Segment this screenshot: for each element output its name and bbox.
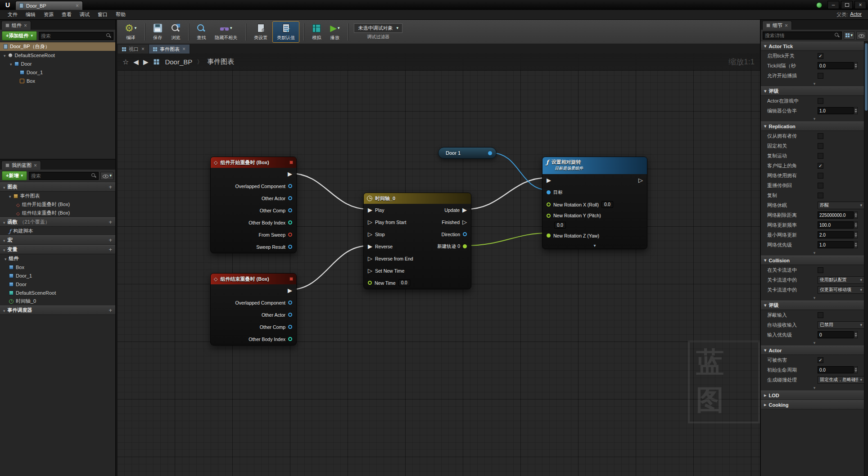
- pin-finished[interactable]: [462, 219, 467, 225]
- section-replication[interactable]: Replication: [761, 121, 868, 131]
- pin-other-body-index[interactable]: [288, 220, 292, 225]
- my-blueprint-search[interactable]: [29, 172, 99, 180]
- pin-other-actor[interactable]: [288, 196, 292, 200]
- dropdown[interactable]: 仅更新可移动项: [818, 286, 864, 294]
- pin-update[interactable]: [462, 207, 467, 213]
- spinner[interactable]: [854, 366, 858, 373]
- find-button[interactable]: 查找: [193, 22, 210, 42]
- menu-file[interactable]: 文件: [4, 10, 22, 20]
- checkbox[interactable]: [818, 98, 823, 104]
- pin-door-output[interactable]: [488, 151, 492, 155]
- graph-canvas[interactable]: 组件开始重叠时 (Box) Overlapped Component Other…: [117, 54, 760, 476]
- expander-icon[interactable]: [764, 392, 767, 398]
- tab-components[interactable]: 组件: [1, 21, 31, 30]
- expander-icon[interactable]: [764, 123, 767, 129]
- checkbox[interactable]: [818, 73, 823, 79]
- exec-output-pin[interactable]: [288, 287, 292, 293]
- number-input[interactable]: [818, 221, 854, 229]
- debug-object-dropdown[interactable]: 未选中调试对象: [354, 23, 402, 33]
- row-event-begin-overlap[interactable]: 组件开始重叠时 (Box): [0, 200, 115, 209]
- close-icon[interactable]: [785, 22, 788, 29]
- pin-new-time[interactable]: [368, 281, 372, 285]
- add-variable-button[interactable]: [108, 246, 112, 253]
- expander-icon[interactable]: [4, 53, 6, 58]
- delegate-pin[interactable]: [289, 161, 293, 164]
- expander-icon[interactable]: [3, 184, 5, 190]
- section-functions[interactable]: 函数 （21个覆盖）: [0, 217, 115, 227]
- pin-target[interactable]: [547, 190, 551, 194]
- spinner[interactable]: [854, 107, 858, 114]
- checkbox[interactable]: ✓: [818, 357, 823, 363]
- browse-button[interactable]: 浏览: [167, 22, 184, 42]
- component-row-box[interactable]: Box: [0, 76, 115, 85]
- number-input[interactable]: [818, 231, 854, 238]
- expander-icon[interactable]: [764, 257, 767, 263]
- checkbox[interactable]: [818, 143, 823, 149]
- row-var-box[interactable]: Box: [0, 263, 115, 271]
- add-graph-button[interactable]: [108, 184, 112, 190]
- rotation-x-value[interactable]: 0.0: [601, 201, 613, 208]
- expander-icon[interactable]: [9, 193, 11, 199]
- visibility-button[interactable]: [856, 31, 866, 40]
- pin-reverse-from-end[interactable]: [368, 256, 372, 261]
- advanced-expander[interactable]: [761, 340, 868, 346]
- section-rendering[interactable]: 评级: [761, 86, 868, 96]
- node-end-overlap[interactable]: 组件结束重叠时 (Box) Overlapped Component Other…: [210, 273, 297, 346]
- menu-edit[interactable]: 编辑: [22, 10, 40, 20]
- component-row-door1[interactable]: Door_1: [0, 68, 115, 76]
- pin-stop[interactable]: [368, 231, 372, 237]
- parent-class-link[interactable]: Actor: [850, 11, 862, 18]
- add-dispatcher-button[interactable]: [108, 307, 112, 314]
- minimize-button[interactable]: [827, 1, 839, 9]
- simulate-button[interactable]: 模拟: [308, 22, 325, 42]
- details-search-input[interactable]: [765, 33, 835, 38]
- advanced-expander[interactable]: [761, 295, 868, 301]
- class-settings-button[interactable]: 类设置: [250, 22, 271, 42]
- close-icon[interactable]: [182, 46, 185, 52]
- expander-icon[interactable]: [10, 61, 12, 67]
- menu-debug[interactable]: 调试: [76, 10, 94, 20]
- pin-play-from-start[interactable]: [368, 219, 372, 225]
- dropdown[interactable]: 已禁用: [818, 321, 864, 329]
- section-input[interactable]: 评级: [761, 301, 868, 310]
- pin-overlapped-component[interactable]: [288, 301, 292, 305]
- row-var-door[interactable]: Door: [0, 280, 115, 288]
- row-var-door1[interactable]: Door_1: [0, 271, 115, 280]
- pin-play[interactable]: [368, 207, 372, 213]
- expander-icon[interactable]: [5, 256, 7, 261]
- section-variables[interactable]: 变量: [0, 245, 115, 254]
- checkbox[interactable]: [818, 133, 823, 139]
- forward-icon[interactable]: [143, 58, 149, 65]
- number-input[interactable]: [818, 331, 854, 338]
- pin-other-comp[interactable]: [288, 325, 292, 329]
- close-icon[interactable]: [24, 22, 27, 29]
- section-actor-tick[interactable]: Actor Tick: [761, 41, 868, 51]
- hide-unrelated-button[interactable]: 隐藏不相关: [211, 22, 241, 42]
- checkbox[interactable]: [818, 153, 823, 159]
- dropdown[interactable]: 苏醒: [818, 202, 864, 209]
- number-input[interactable]: [818, 62, 854, 69]
- expander-icon[interactable]: [3, 247, 5, 252]
- spinner[interactable]: [854, 211, 858, 219]
- spinner[interactable]: [854, 241, 858, 248]
- expander-icon[interactable]: [764, 347, 767, 353]
- pin-set-new-time[interactable]: [368, 268, 372, 274]
- advanced-expander[interactable]: [761, 385, 868, 391]
- tab-details[interactable]: 细节: [762, 21, 792, 30]
- component-row-defaultsceneroot[interactable]: DefaultSceneRoot: [0, 51, 115, 59]
- close-icon[interactable]: [141, 46, 145, 52]
- checkbox[interactable]: [818, 312, 823, 318]
- row-event-end-overlap[interactable]: 组件结束重叠时 (Box): [0, 209, 115, 217]
- pin-other-body-index[interactable]: [288, 337, 292, 341]
- save-button[interactable]: 保存: [149, 22, 166, 42]
- maximize-button[interactable]: [841, 1, 853, 9]
- menu-asset[interactable]: 资源: [40, 10, 58, 20]
- pin-overlapped-component[interactable]: [288, 184, 292, 188]
- advanced-expander[interactable]: [761, 116, 868, 121]
- display-filter-button[interactable]: [844, 31, 854, 40]
- expander-icon[interactable]: [764, 88, 767, 94]
- number-input[interactable]: [818, 366, 854, 373]
- section-graphs[interactable]: 图表: [0, 182, 115, 192]
- rotation-y-value[interactable]: 0.0: [554, 222, 566, 229]
- pin-reverse[interactable]: [368, 243, 372, 249]
